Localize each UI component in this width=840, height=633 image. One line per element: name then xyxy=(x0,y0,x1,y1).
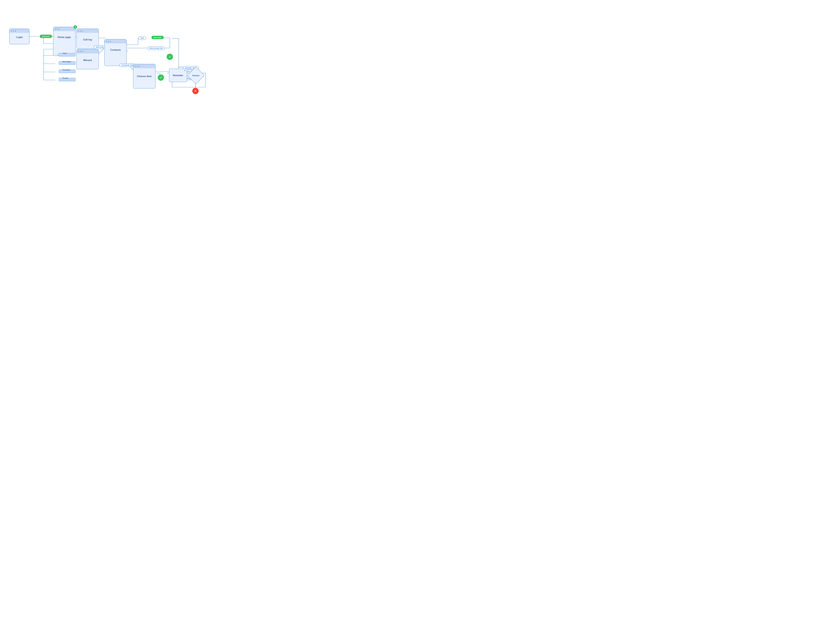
number-badge: 3 xyxy=(74,25,77,29)
snooze-diamond-container: Snooze xyxy=(189,69,202,82)
x-circle-dismiss: ✕ xyxy=(193,88,199,94)
calls-circle xyxy=(57,54,59,55)
calllog-header xyxy=(77,29,98,33)
snooze-label: Snooze xyxy=(189,74,202,77)
dot1 xyxy=(11,30,12,32)
contacts-circle3 xyxy=(126,50,128,52)
choosetime-header xyxy=(133,64,155,68)
login-screen: Login xyxy=(9,28,30,44)
success-pill-1: Success! xyxy=(40,35,52,38)
dot3 xyxy=(15,30,16,32)
dot1 xyxy=(135,66,136,67)
contacts-label: Contacts xyxy=(104,49,126,51)
reminder-close-icon[interactable]: × xyxy=(184,69,185,71)
dot3 xyxy=(139,66,140,67)
check-circle-choosetime: ✓ xyxy=(158,74,164,81)
sidebar-calls xyxy=(59,53,76,57)
choosetime-label: Choose time xyxy=(133,75,155,78)
check-circle-top: ✓ xyxy=(167,54,173,60)
missed-header xyxy=(77,49,98,54)
sidebar-contacts-label: Contacts xyxy=(63,69,70,71)
sidebar-profile-label: Profile xyxy=(63,77,68,79)
flow-diagram: Login Success! Home page 3 Calls Message… xyxy=(0,0,420,316)
missed-screen: Missed xyxy=(76,49,99,69)
dot3 xyxy=(82,30,83,32)
schedule-call-pill: Schedule Call xyxy=(120,63,135,67)
sidebar-messages-label: Messages xyxy=(63,60,71,63)
success-pill-2: Success! xyxy=(152,36,164,39)
reminder-box: Reminder × xyxy=(169,69,187,82)
dot1 xyxy=(106,41,107,42)
call-pill: Call xyxy=(139,36,146,40)
dot2 xyxy=(13,30,14,32)
dot3 xyxy=(59,28,60,30)
dot1 xyxy=(55,28,56,30)
contacts-screen: Contacts xyxy=(104,39,127,66)
dot1 xyxy=(78,30,79,32)
homepage-header xyxy=(54,27,75,31)
dot3 xyxy=(82,51,83,52)
login-screen-header xyxy=(9,29,29,33)
contacts-circle xyxy=(103,47,105,49)
dot2 xyxy=(57,28,58,30)
dot2 xyxy=(80,30,81,32)
dot2 xyxy=(137,66,138,67)
dot1 xyxy=(78,51,79,52)
missed-label: Missed xyxy=(77,59,98,62)
homepage-label: Home page xyxy=(54,36,75,38)
contacts-header xyxy=(104,40,126,43)
contacts-circle2 xyxy=(126,44,128,46)
sidebar-calls-label: Calls xyxy=(63,52,67,54)
dot2 xyxy=(80,51,81,52)
login-label: Login xyxy=(9,36,29,38)
choosetime-screen: Choose time xyxy=(133,64,155,89)
new-group-call-pill: New Group Call xyxy=(147,46,165,50)
reminder-label: Reminder xyxy=(173,74,183,77)
dot3 xyxy=(110,41,111,42)
dot2 xyxy=(108,41,109,42)
calllog-label: Call log xyxy=(77,38,98,41)
homepage-screen: Home page 3 xyxy=(53,27,76,56)
